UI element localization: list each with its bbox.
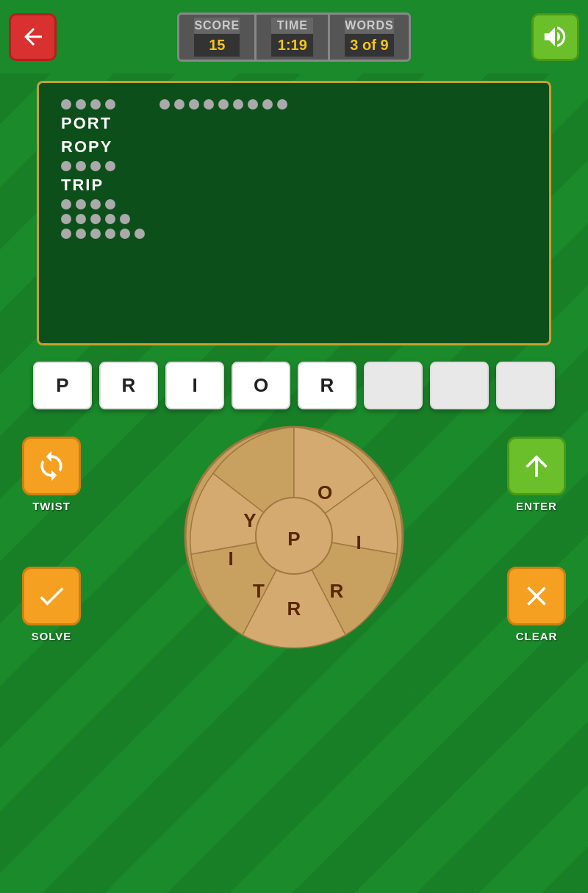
dot bbox=[90, 214, 101, 224]
dot bbox=[76, 229, 86, 239]
score-cell: SCORE 15 bbox=[179, 15, 257, 60]
tile-i: I bbox=[165, 362, 224, 409]
dot bbox=[105, 199, 115, 209]
dot bbox=[61, 229, 71, 239]
dots-group-1 bbox=[61, 99, 115, 110]
time-label: TIME bbox=[271, 18, 313, 34]
game-controls: TWIST SOLVE bbox=[0, 418, 588, 653]
time-cell: TIME 1:19 bbox=[257, 15, 330, 60]
enter-icon bbox=[520, 450, 553, 482]
score-board: SCORE 15 TIME 1:19 WORDS 3 of 9 bbox=[177, 12, 410, 62]
header: SCORE 15 TIME 1:19 WORDS 3 of 9 bbox=[0, 0, 588, 73]
sound-icon bbox=[541, 23, 569, 51]
wheel-letter-o[interactable]: O bbox=[318, 481, 332, 503]
dot bbox=[76, 161, 86, 171]
tile-p: P bbox=[33, 362, 92, 409]
dot bbox=[120, 229, 130, 239]
dot bbox=[120, 214, 130, 224]
dot bbox=[248, 99, 258, 110]
word-row-port: PORT bbox=[61, 114, 527, 133]
dot bbox=[76, 214, 86, 224]
word-row-ropy: ROPY bbox=[61, 137, 527, 157]
sound-button[interactable] bbox=[531, 13, 579, 61]
center-letter: P bbox=[287, 528, 300, 550]
words-value: 3 of 9 bbox=[345, 34, 393, 57]
wheel-letter-i2[interactable]: I bbox=[228, 548, 233, 570]
dot bbox=[61, 199, 71, 209]
clear-icon-bg bbox=[507, 567, 566, 625]
enter-button[interactable]: ENTER bbox=[507, 437, 566, 512]
dots-row-3 bbox=[61, 199, 527, 209]
dot bbox=[90, 229, 101, 239]
words-cell: WORDS 3 of 9 bbox=[330, 15, 408, 60]
dot bbox=[76, 99, 86, 110]
tile-o: O bbox=[232, 362, 290, 409]
solve-icon-bg bbox=[22, 567, 81, 625]
word-ropy: ROPY bbox=[61, 137, 112, 157]
dot bbox=[90, 99, 101, 110]
letter-tiles: P R I O R bbox=[0, 353, 588, 418]
word-port: PORT bbox=[61, 114, 112, 133]
wheel-letter-t[interactable]: T bbox=[253, 580, 265, 602]
clear-button[interactable]: CLEAR bbox=[507, 567, 566, 642]
dot bbox=[105, 99, 115, 110]
dot bbox=[105, 214, 115, 224]
left-controls: TWIST SOLVE bbox=[22, 437, 81, 642]
tile-r: R bbox=[99, 362, 158, 409]
word-trip: TRIP bbox=[61, 176, 104, 195]
solve-label: SOLVE bbox=[32, 630, 72, 642]
back-icon bbox=[20, 24, 46, 50]
time-value: 1:19 bbox=[271, 34, 313, 57]
wheel-svg: P Y O I R R T I bbox=[176, 418, 412, 653]
dot bbox=[159, 99, 170, 110]
dots-row-2 bbox=[61, 161, 527, 171]
dot bbox=[277, 99, 287, 110]
dot bbox=[218, 99, 229, 110]
tile-r2: R bbox=[298, 362, 356, 409]
clear-label: CLEAR bbox=[516, 630, 558, 642]
back-button[interactable] bbox=[9, 13, 57, 61]
word-row-trip: TRIP bbox=[61, 176, 527, 195]
dot bbox=[61, 214, 71, 224]
dot bbox=[61, 99, 71, 110]
solve-button[interactable]: SOLVE bbox=[22, 567, 81, 642]
wheel-letter-i[interactable]: I bbox=[356, 531, 361, 553]
dots-row-4 bbox=[61, 214, 527, 224]
score-value: 15 bbox=[194, 34, 240, 57]
dot bbox=[189, 99, 199, 110]
enter-label: ENTER bbox=[516, 500, 557, 512]
dot bbox=[90, 199, 101, 209]
wheel-letter-r1[interactable]: R bbox=[330, 580, 344, 602]
dot bbox=[61, 161, 71, 171]
dot bbox=[262, 99, 273, 110]
wheel-letter-y[interactable]: Y bbox=[243, 509, 256, 531]
dot bbox=[204, 99, 214, 110]
tile-empty-3 bbox=[496, 362, 555, 409]
twist-label: TWIST bbox=[32, 500, 71, 512]
dots-group-2 bbox=[159, 99, 287, 110]
clear-icon bbox=[520, 580, 553, 612]
word-list-area: PORT ROPY TRIP bbox=[37, 81, 551, 345]
right-controls: ENTER CLEAR bbox=[507, 437, 566, 642]
wheel[interactable]: P Y O I R R T I bbox=[176, 418, 412, 653]
words-label: WORDS bbox=[345, 18, 393, 34]
wheel-letter-r2[interactable]: R bbox=[287, 598, 301, 620]
dot bbox=[135, 229, 145, 239]
tile-empty-1 bbox=[364, 362, 423, 409]
solve-icon bbox=[35, 580, 68, 612]
dot bbox=[76, 199, 86, 209]
score-label: SCORE bbox=[194, 18, 240, 34]
dots-row-5 bbox=[61, 229, 527, 239]
dot bbox=[233, 99, 243, 110]
dot bbox=[174, 99, 184, 110]
dots-row-1 bbox=[61, 99, 527, 110]
dot bbox=[90, 161, 101, 171]
dot bbox=[105, 161, 115, 171]
twist-icon bbox=[35, 450, 68, 482]
tile-empty-2 bbox=[430, 362, 489, 409]
enter-icon-bg bbox=[507, 437, 566, 495]
dot bbox=[105, 229, 115, 239]
twist-button[interactable]: TWIST bbox=[22, 437, 81, 512]
twist-icon-bg bbox=[22, 437, 81, 495]
